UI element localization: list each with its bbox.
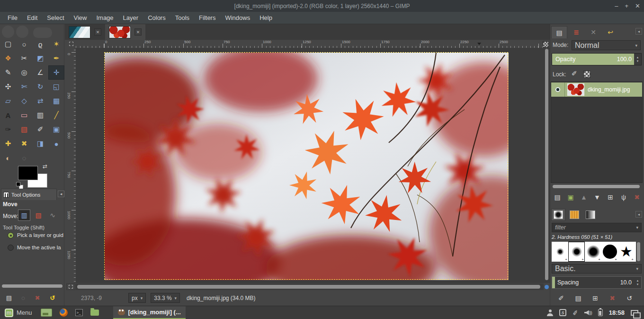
image-tab-1-close-icon[interactable]: ✕: [94, 28, 101, 36]
maximize-button[interactable]: +: [625, 2, 629, 9]
save-tool-preset-button[interactable]: ▤: [4, 293, 14, 302]
user-icon[interactable]: [547, 310, 553, 316]
tool-foreground-select[interactable]: ◩: [32, 51, 48, 65]
horizontal-scrollbar-thumb[interactable]: [77, 285, 540, 289]
duplicate-brush-button[interactable]: ⊞: [589, 292, 601, 304]
anchor-layer-button[interactable]: ψ: [617, 191, 630, 203]
tab-brushes[interactable]: [551, 209, 565, 221]
image-tab-2-close-icon[interactable]: ✕: [134, 28, 142, 36]
layers-list[interactable]: dking_momiji.jpg: [551, 82, 643, 183]
new-layer-group-button[interactable]: ▣: [564, 191, 577, 203]
menu-image[interactable]: Image: [91, 13, 118, 23]
image-tab-2[interactable]: ✕: [105, 24, 145, 40]
layer-row-selected[interactable]: dking_momiji.jpg: [551, 82, 642, 97]
tool-options-scrollbar[interactable]: [2, 284, 63, 288]
opacity-slider[interactable]: Opacity 100.0 ▴ ▾: [552, 53, 642, 65]
canvas-image[interactable]: [104, 52, 508, 280]
edit-brush-button[interactable]: ✐: [555, 292, 567, 304]
menu-file[interactable]: File: [3, 13, 22, 23]
lock-pixels-icon[interactable]: ✐: [572, 70, 577, 77]
menu-filters[interactable]: Filters: [194, 13, 220, 23]
layers-dock-menu-button[interactable]: ◂: [635, 28, 642, 35]
horizontal-scrollbar[interactable]: [76, 283, 544, 290]
reset-tool-options-button[interactable]: ↺: [47, 293, 58, 302]
menu-edit[interactable]: Edit: [22, 13, 42, 23]
menu-colors[interactable]: Colors: [143, 13, 170, 23]
brush-item-5[interactable]: ★+: [618, 242, 635, 262]
spin-up-icon[interactable]: ▴: [637, 279, 639, 283]
tool-scale[interactable]: ◱: [48, 80, 64, 94]
tool-shear[interactable]: ▱: [0, 94, 16, 108]
canvas-viewport[interactable]: [76, 48, 544, 283]
brush-group-select[interactable]: Basic. ▾: [552, 264, 642, 273]
tab-undo-history[interactable]: ↩: [602, 26, 618, 38]
spin-up-icon[interactable]: ▴: [637, 55, 639, 59]
quick-mask-toggle[interactable]: [66, 283, 75, 290]
brush-item-1[interactable]: +: [552, 242, 568, 262]
tool-align[interactable]: ✣: [0, 80, 16, 94]
gimp-tray-brush-icon[interactable]: ✐: [572, 309, 579, 317]
vertical-ruler[interactable]: 0 250 500 750 1000 1250: [66, 48, 76, 283]
menu-view[interactable]: View: [69, 13, 92, 23]
mint-menu-button[interactable]: m Menu: [0, 306, 37, 319]
tab-gradients[interactable]: [583, 209, 598, 221]
close-button[interactable]: ✕: [635, 2, 640, 9]
taskbar-window-button[interactable]: [dking_momiji] (...: [113, 306, 186, 319]
zoom-select[interactable]: 33.3 % ▾: [151, 293, 180, 303]
mode-select[interactable]: Normal ▾: [572, 40, 641, 50]
tab-patterns[interactable]: [567, 209, 581, 221]
tab-layers[interactable]: ▤: [551, 26, 567, 38]
tool-clone[interactable]: ▣: [48, 122, 64, 137]
spacing-slider[interactable]: Spacing 10.0 ▴ ▾: [552, 276, 642, 289]
screenshot-tool-icon[interactable]: S: [559, 309, 566, 316]
brushes-dock-menu-button[interactable]: ◂: [635, 211, 642, 218]
firefox-launcher[interactable]: [60, 309, 68, 317]
layers-list-scrollbar[interactable]: [553, 185, 640, 188]
tool-free-select[interactable]: ϱ: [32, 37, 48, 51]
brush-item-4[interactable]: +: [601, 242, 618, 262]
tool-dodge-burn[interactable]: ◐: [0, 151, 16, 165]
navigation-button[interactable]: [545, 285, 549, 289]
vertical-scrollbar[interactable]: [544, 48, 550, 283]
menu-layer[interactable]: Layer: [118, 13, 143, 23]
menu-windows[interactable]: Windows: [220, 13, 255, 23]
vertical-scrollbar-thumb[interactable]: [545, 49, 548, 280]
tool-rectangle-select[interactable]: ▢: [0, 37, 16, 51]
tool-color-picker[interactable]: ✎: [0, 65, 16, 80]
files-launcher[interactable]: [90, 310, 99, 316]
brush-grid-scrollbar[interactable]: [637, 242, 640, 261]
horizontal-ruler[interactable]: 0 250 500 750 1000 1250 1500 1750 2000 2…: [76, 40, 550, 48]
minimize-button[interactable]: –: [615, 2, 618, 9]
tool-ellipse-select[interactable]: ○: [16, 37, 32, 51]
tool-perspective[interactable]: ◇: [16, 94, 32, 108]
tool-eraser[interactable]: ▭: [16, 108, 32, 122]
tool-scissors-select[interactable]: ✂: [16, 51, 32, 65]
duplicate-layer-button[interactable]: ⊞: [604, 191, 617, 203]
tool-bucket-fill[interactable]: ▧: [16, 122, 32, 137]
tool-move[interactable]: ✛: [48, 65, 64, 80]
raise-layer-button[interactable]: ▲: [578, 191, 590, 203]
spin-down-icon[interactable]: ▾: [637, 283, 639, 286]
volume-icon[interactable]: ))): [584, 310, 592, 315]
show-desktop-button[interactable]: [41, 309, 52, 317]
brush-filter-input[interactable]: filter ▾: [552, 223, 642, 232]
tab-tool-options[interactable]: Tool Options: [1, 189, 57, 200]
tool-crop[interactable]: ✄: [16, 80, 32, 94]
tool-smudge[interactable]: ✖: [16, 137, 32, 151]
tool-gradient[interactable]: ▥: [32, 108, 48, 122]
opacity-spinner[interactable]: ▴ ▾: [634, 54, 641, 65]
unit-select[interactable]: px ▾: [128, 293, 146, 303]
menu-tools[interactable]: Tools: [170, 13, 194, 23]
tool-blur-sharpen[interactable]: ●: [48, 137, 64, 151]
new-layer-button[interactable]: ▤: [551, 191, 564, 203]
ruler-origin-button[interactable]: [66, 40, 76, 48]
tool-pencil[interactable]: ╱: [48, 108, 64, 122]
tool-flip[interactable]: ⇄: [32, 94, 48, 108]
workspace-switcher-icon[interactable]: [631, 310, 638, 316]
layer-visibility-eye-icon[interactable]: [555, 87, 561, 92]
tool-measure[interactable]: ∠: [32, 65, 48, 80]
foreground-color-swatch[interactable]: [18, 166, 38, 180]
tool-paths[interactable]: ✒: [48, 51, 64, 65]
tool-rotate[interactable]: ↻: [32, 80, 48, 94]
refresh-brushes-button[interactable]: ↺: [623, 292, 635, 304]
